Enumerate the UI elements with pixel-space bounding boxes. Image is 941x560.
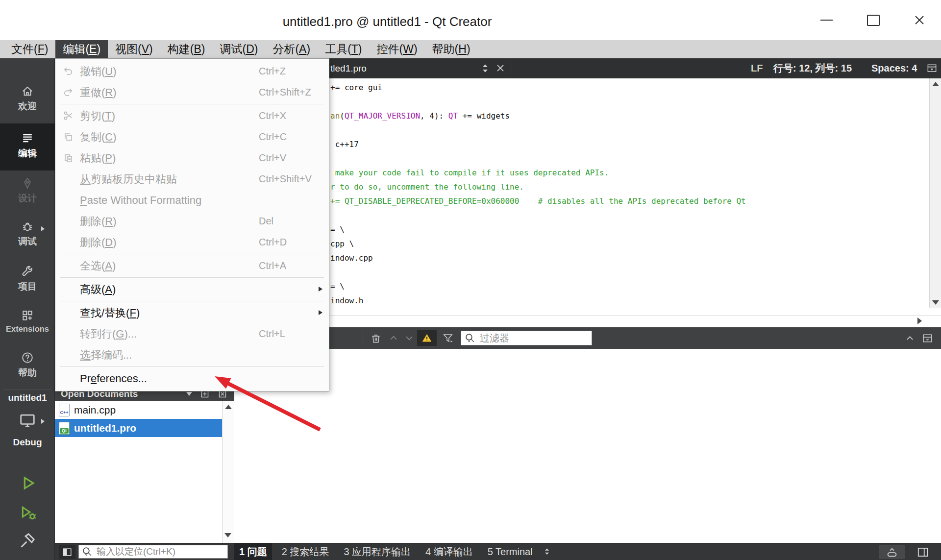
- redo-icon: [63, 87, 74, 97]
- pane-tab-application-output[interactable]: 3 应用程序输出: [339, 543, 416, 560]
- collapse-pane-icon[interactable]: [904, 332, 916, 344]
- run-button[interactable]: [18, 473, 38, 493]
- undo-icon: [63, 66, 74, 76]
- document-selector[interactable]: tled1.pro: [330, 58, 367, 78]
- menu-item-redo[interactable]: 重做(R) Ctrl+Shift+Z: [55, 82, 329, 103]
- scroll-down-icon[interactable]: [224, 533, 231, 537]
- project-name-label: untitled1: [0, 392, 55, 403]
- submenu-arrow-icon: [319, 310, 322, 315]
- build-progress-button[interactable]: [879, 545, 905, 559]
- search-icon: [464, 332, 476, 344]
- minimize-button[interactable]: [820, 20, 833, 21]
- open-documents-scrollbar[interactable]: [222, 401, 234, 543]
- search-icon: [81, 546, 93, 558]
- issues-pane-toolbar: [234, 327, 941, 349]
- chevron-up-icon[interactable]: [387, 332, 400, 344]
- locator-input[interactable]: [78, 545, 228, 559]
- sidebar-item-edit[interactable]: 编辑: [0, 123, 55, 170]
- menu-widgets[interactable]: 控件(W): [370, 40, 425, 58]
- toggle-right-sidebar-icon: [916, 546, 929, 559]
- sidebar-item-design[interactable]: 设计: [0, 172, 55, 215]
- filter-input[interactable]: [461, 331, 592, 345]
- open-document-untitled1-pro[interactable]: Qt untitled1.pro: [55, 419, 222, 437]
- toggle-left-sidebar-icon: [62, 547, 73, 558]
- sidebar-item-help[interactable]: 帮助: [0, 347, 55, 389]
- scroll-up-icon[interactable]: [225, 405, 232, 409]
- menu-separator: [60, 277, 324, 278]
- sidebar-item-debug-mode[interactable]: 调试: [0, 216, 55, 259]
- pane-options-icon[interactable]: [921, 332, 934, 344]
- code-text: += core gui an(QT_MAJOR_VERSION, 4): QT …: [330, 80, 750, 308]
- document-dropdown-icon[interactable]: [480, 63, 490, 74]
- filter-input-wrap: [461, 331, 592, 345]
- debug-run-button[interactable]: [17, 503, 38, 522]
- pane-tab-search-results[interactable]: 2 搜索结果: [277, 543, 334, 560]
- menu-item-paste-from-history[interactable]: 从剪贴板历史中粘贴 Ctrl+Shift+V: [55, 169, 329, 190]
- menu-file[interactable]: 文件(F): [4, 40, 55, 58]
- scroll-right-icon[interactable]: [917, 317, 922, 324]
- split-editor-icon[interactable]: [926, 63, 938, 74]
- help-icon: [21, 351, 34, 365]
- menu-view[interactable]: 视图(V): [108, 40, 160, 58]
- submenu-arrow-icon: [319, 287, 322, 292]
- pane-tab-compile-output[interactable]: 4 编译输出: [421, 543, 478, 560]
- chevron-down-icon[interactable]: [186, 392, 192, 396]
- editor-horizontal-scrollbar[interactable]: [234, 315, 941, 316]
- menu-item-cut[interactable]: 剪切(T) Ctrl+X: [55, 105, 329, 126]
- pane-tab-issues[interactable]: 1 问题: [234, 543, 272, 560]
- tabbar-divider: [511, 62, 511, 74]
- warning-filter-button[interactable]: [417, 330, 437, 346]
- menu-item-select-encoding[interactable]: 选择编码...: [55, 344, 329, 365]
- menu-debug[interactable]: 调试(D): [212, 40, 265, 58]
- progress-details-icon: [886, 546, 898, 558]
- eol-indicator[interactable]: LF: [751, 58, 763, 78]
- cursor-position[interactable]: 行号: 12, 列号: 15: [773, 58, 852, 78]
- copy-icon: [63, 131, 74, 142]
- monitor-icon: [18, 411, 37, 430]
- menu-item-undo[interactable]: 撤销(U) Ctrl+Z: [55, 61, 329, 82]
- menu-item-copy[interactable]: 复制(C) Ctrl+C: [55, 126, 329, 147]
- close-button[interactable]: [914, 14, 925, 26]
- filter-funnel-icon[interactable]: [442, 332, 454, 344]
- menu-item-goto-line[interactable]: 转到行(G)... Ctrl+L: [55, 323, 329, 344]
- menu-edit[interactable]: 编辑(E): [55, 40, 108, 58]
- sidebar-item-welcome[interactable]: 欢迎: [0, 81, 55, 123]
- sidebar-item-projects[interactable]: 项目: [0, 261, 55, 304]
- editor-vertical-scrollbar[interactable]: [929, 78, 941, 308]
- menu-item-select-all[interactable]: 全选(A) Ctrl+A: [55, 255, 329, 276]
- pane-tab-terminal[interactable]: 5 Terminal: [483, 543, 538, 560]
- open-document-main-cpp[interactable]: C++ main.cpp: [55, 401, 222, 419]
- home-icon: [21, 84, 34, 98]
- pane-selector-icon[interactable]: [543, 543, 551, 560]
- menu-build[interactable]: 构建(B): [160, 40, 213, 58]
- menu-item-advanced[interactable]: 高级(A): [55, 279, 329, 300]
- issues-pane-content[interactable]: [234, 349, 941, 543]
- menu-item-find-replace[interactable]: 查找/替换(F): [55, 302, 329, 323]
- menu-help[interactable]: 帮助(H): [425, 40, 478, 58]
- trash-icon[interactable]: [370, 332, 382, 344]
- menu-separator: [60, 104, 324, 104]
- menu-item-delete-d[interactable]: 删除(D) Ctrl+D: [55, 232, 329, 253]
- menu-item-paste-without-formatting[interactable]: Paste Without Formatting: [55, 190, 329, 211]
- menu-item-delete-r[interactable]: 删除(R) Del: [55, 211, 329, 232]
- menu-item-preferences[interactable]: Preferences...: [55, 368, 329, 389]
- menu-bar: 文件(F) 编辑(E) 视图(V) 构建(B) 调试(D) 分析(A) 工具(T…: [0, 40, 941, 58]
- toggle-left-sidebar-button[interactable]: [59, 545, 75, 559]
- menu-item-paste[interactable]: 粘贴(P) Ctrl+V: [55, 147, 329, 169]
- scroll-up-icon[interactable]: [932, 82, 939, 86]
- pro-file-icon: Qt: [59, 422, 70, 435]
- sidebar-item-extensions[interactable]: Extensions: [0, 305, 55, 347]
- cpp-file-icon: C++: [59, 404, 70, 416]
- menu-analyze[interactable]: 分析(A): [265, 40, 318, 58]
- close-document-icon[interactable]: [495, 63, 506, 73]
- bug-icon: [21, 219, 34, 233]
- chevron-down-icon[interactable]: [403, 332, 416, 344]
- edit-lines-icon: [21, 131, 34, 145]
- kit-selector[interactable]: [18, 411, 37, 430]
- scroll-down-icon[interactable]: [932, 300, 939, 305]
- menu-tools[interactable]: 工具(T): [318, 40, 369, 58]
- build-button[interactable]: [18, 531, 37, 551]
- toggle-right-sidebar-button[interactable]: [916, 546, 929, 559]
- indent-indicator[interactable]: Spaces: 4: [871, 58, 917, 78]
- maximize-button[interactable]: [867, 15, 880, 26]
